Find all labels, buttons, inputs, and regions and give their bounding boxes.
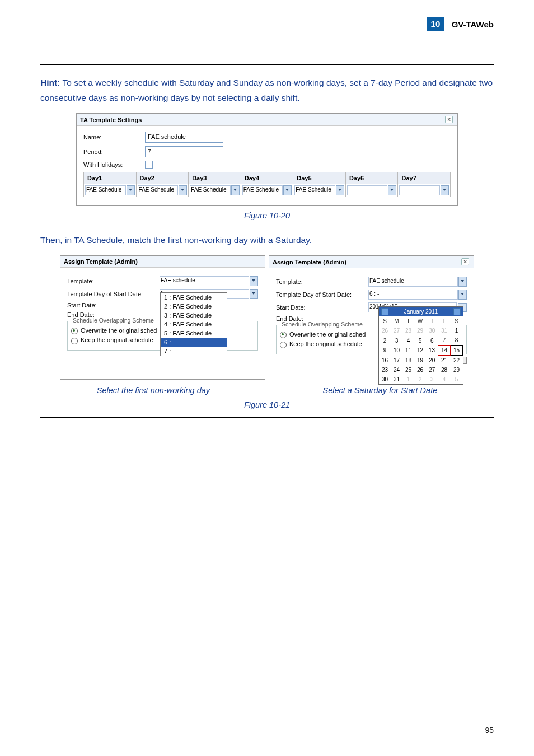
chevron-down-icon[interactable] xyxy=(283,185,292,195)
cal-day[interactable]: 25 xyxy=(402,365,414,375)
tdsd-dropdown-list[interactable]: 1 : FAE Schedule 2 : FAE Schedule 3 : FA… xyxy=(160,292,227,356)
chevron-down-icon[interactable] xyxy=(231,185,240,195)
day-tab[interactable]: Day3 xyxy=(189,172,241,184)
cal-day[interactable]: 30 xyxy=(426,326,438,335)
cal-day[interactable]: 27 xyxy=(426,365,438,375)
panel-titlebar: Assign Template (Admin) × xyxy=(269,256,474,268)
day5-select[interactable]: FAE Schedule xyxy=(294,185,335,195)
day4-select[interactable]: FAE Schedule xyxy=(242,185,283,195)
radio-overwrite[interactable] xyxy=(71,328,78,334)
close-icon[interactable]: × xyxy=(445,116,453,123)
period-input[interactable]: 7 xyxy=(145,146,223,157)
chevron-down-icon[interactable] xyxy=(336,185,344,195)
cal-day[interactable]: 6 xyxy=(426,335,438,346)
cal-day[interactable]: 16 xyxy=(379,356,391,366)
cal-day[interactable]: 14 xyxy=(438,346,451,356)
template-select[interactable]: FAE schedule xyxy=(160,276,249,286)
day7-select[interactable]: - xyxy=(399,185,440,195)
day-tab[interactable]: Day6 xyxy=(346,172,399,184)
cal-day[interactable]: 27 xyxy=(391,326,402,335)
cal-day[interactable]: 30 xyxy=(379,375,391,384)
cal-day[interactable]: 13 xyxy=(426,346,438,356)
name-input[interactable]: FAE schedule xyxy=(145,132,223,143)
cal-day[interactable]: 31 xyxy=(438,326,451,335)
period-label: Period: xyxy=(83,148,145,155)
prev-month-icon[interactable] xyxy=(381,308,388,315)
day6-select[interactable]: - xyxy=(347,185,388,195)
cal-day[interactable]: 2 xyxy=(414,375,426,384)
radio-overwrite[interactable] xyxy=(280,332,287,338)
cal-day[interactable]: 11 xyxy=(402,346,414,356)
cal-day[interactable]: 17 xyxy=(391,356,402,366)
cal-day[interactable]: 23 xyxy=(379,365,391,375)
cal-day[interactable]: 5 xyxy=(414,335,426,346)
chevron-down-icon[interactable] xyxy=(250,276,258,286)
list-item[interactable]: 3 : FAE Schedule xyxy=(161,311,227,320)
hint-prefix: Hint: xyxy=(40,78,63,87)
cal-day[interactable]: 26 xyxy=(414,365,426,375)
day1-select[interactable]: FAE Schedule xyxy=(85,185,126,195)
day2-select[interactable]: FAE Schedule xyxy=(138,185,179,195)
cal-day[interactable]: 10 xyxy=(391,346,402,356)
list-item[interactable]: 4 : FAE Schedule xyxy=(161,320,227,329)
panel-title: Assign Template (Admin) xyxy=(64,258,138,265)
cal-day[interactable]: 9 xyxy=(379,346,391,356)
dow: M xyxy=(391,316,402,326)
cal-day[interactable]: 3 xyxy=(391,335,402,346)
divider xyxy=(40,64,494,65)
tdsd-select[interactable]: 6 : - xyxy=(368,290,458,300)
cal-day[interactable]: 29 xyxy=(414,326,426,335)
list-item[interactable]: 1 : FAE Schedule xyxy=(161,293,227,302)
cal-day[interactable]: 8 xyxy=(451,335,463,346)
cal-day[interactable]: 1 xyxy=(451,326,463,335)
day-tab[interactable]: Day5 xyxy=(293,172,346,184)
cal-day[interactable]: 3 xyxy=(426,375,438,384)
radio-keep[interactable] xyxy=(280,342,287,348)
cal-day[interactable]: 22 xyxy=(451,356,463,366)
cal-day[interactable]: 31 xyxy=(391,375,402,384)
chevron-down-icon[interactable] xyxy=(388,185,396,195)
page-number: 95 xyxy=(485,726,494,735)
date-picker-popup[interactable]: January 2011 S M T W T F S xyxy=(378,306,463,385)
cal-day[interactable]: 28 xyxy=(402,326,414,335)
cal-day[interactable]: 7 xyxy=(438,335,451,346)
close-icon[interactable]: × xyxy=(461,258,469,265)
cal-day[interactable]: 18 xyxy=(402,356,414,366)
list-item[interactable]: 7 : - xyxy=(161,347,227,356)
cal-day[interactable]: 19 xyxy=(414,356,426,366)
cal-day[interactable]: 24 xyxy=(391,365,402,375)
list-item[interactable]: 2 : FAE Schedule xyxy=(161,302,227,311)
cal-day[interactable]: 26 xyxy=(379,326,391,335)
template-select[interactable]: FAE schedule xyxy=(368,277,458,287)
radio-keep[interactable] xyxy=(71,338,78,344)
day-tab[interactable]: Day1 xyxy=(84,172,137,184)
cal-day[interactable]: 28 xyxy=(438,365,451,375)
cal-day[interactable]: 4 xyxy=(402,335,414,346)
day-tab[interactable]: Day7 xyxy=(398,172,450,184)
cal-day[interactable]: 5 xyxy=(451,375,463,384)
cal-day-selected[interactable]: 15 xyxy=(451,346,463,356)
holidays-checkbox[interactable] xyxy=(145,161,153,169)
list-item[interactable]: 6 : - xyxy=(161,338,227,347)
holidays-label: With Holidays: xyxy=(83,161,145,168)
list-item[interactable]: 5 : FAE Schedule xyxy=(161,329,227,338)
cal-day[interactable]: 4 xyxy=(438,375,451,384)
chevron-down-icon[interactable] xyxy=(250,289,258,299)
chevron-down-icon[interactable] xyxy=(441,185,449,195)
chevron-down-icon[interactable] xyxy=(458,290,467,300)
chevron-down-icon[interactable] xyxy=(127,185,135,195)
cal-day[interactable]: 29 xyxy=(451,365,463,375)
cal-day[interactable]: 2 xyxy=(379,335,391,346)
cal-day[interactable]: 12 xyxy=(414,346,426,356)
cal-day[interactable]: 1 xyxy=(402,375,414,384)
cal-day[interactable]: 20 xyxy=(426,356,438,366)
day-tab[interactable]: Day4 xyxy=(241,172,294,184)
cal-day[interactable]: 21 xyxy=(438,356,451,366)
divider xyxy=(40,417,494,418)
chevron-down-icon[interactable] xyxy=(179,185,187,195)
day3-select[interactable]: FAE Schedule xyxy=(190,185,231,195)
dow: T xyxy=(426,316,438,326)
chevron-down-icon[interactable] xyxy=(458,277,467,287)
day-tab[interactable]: Day2 xyxy=(137,172,189,184)
next-month-icon[interactable] xyxy=(453,308,461,315)
